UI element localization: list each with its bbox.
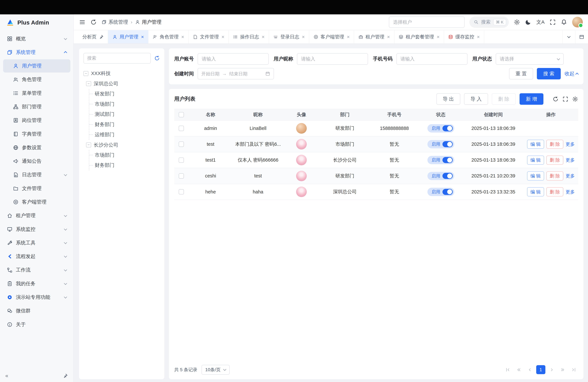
row-checkbox[interactable]	[179, 142, 184, 147]
sidebar-item-dictionaries[interactable]: 字典管理	[3, 127, 70, 141]
tab-role-management[interactable]: 角色管理 ×	[148, 30, 189, 43]
export-button[interactable]: 导 出	[436, 93, 461, 105]
nickname-input[interactable]	[297, 53, 368, 64]
tree-expander-icon[interactable]: −	[84, 71, 88, 76]
tree-refresh-icon[interactable]	[154, 55, 160, 61]
import-button[interactable]: 导 入	[464, 93, 488, 105]
sidebar-item-parameters[interactable]: 参数设置	[3, 141, 70, 154]
sidebar-item-about[interactable]: 关于	[3, 318, 70, 331]
sidebar-item-posts[interactable]: 岗位管理	[3, 114, 70, 127]
tree-node-dept[interactable]: 市场部门	[89, 150, 160, 160]
tree-node-company[interactable]: − 长沙分公司	[86, 140, 160, 150]
pin-icon[interactable]	[99, 35, 104, 39]
status-toggle[interactable]: 启用	[427, 188, 454, 196]
close-icon[interactable]: ×	[221, 35, 224, 39]
close-icon[interactable]: ×	[347, 35, 350, 39]
breadcrumb-item-system[interactable]: 系统管理	[102, 19, 128, 25]
more-button[interactable]: 更多	[566, 189, 575, 195]
sidebar-item-notices[interactable]: 通知公告	[3, 155, 70, 168]
tab-user-management[interactable]: 用户管理 ×	[108, 30, 148, 43]
status-toggle[interactable]: 启用	[427, 124, 454, 132]
sidebar-item-system[interactable]: 系统管理	[3, 46, 70, 59]
sidebar-item-logs[interactable]: 日志管理	[3, 168, 70, 181]
sidebar-item-wechat-group[interactable]: 微信群	[3, 304, 70, 318]
sidebar-item-roles[interactable]: 角色管理	[3, 73, 70, 86]
tab-analysis[interactable]: 分析页	[78, 30, 108, 43]
row-checkbox[interactable]	[179, 157, 184, 163]
close-icon[interactable]: ×	[181, 35, 184, 39]
notification-bell-icon[interactable]	[561, 19, 567, 25]
tree-node-dept[interactable]: 研发部门	[89, 89, 160, 99]
tree-node-dept[interactable]: 财务部门	[89, 119, 160, 129]
tree-node-dept[interactable]: 市场部门	[89, 99, 160, 109]
settings-icon[interactable]	[514, 19, 520, 25]
reset-button[interactable]: 重 置	[509, 68, 533, 79]
edit-button[interactable]: 编 辑	[527, 187, 544, 196]
sidebar-item-users[interactable]: 用户管理	[3, 59, 70, 73]
close-icon[interactable]: ×	[141, 35, 144, 39]
column-settings-icon[interactable]	[572, 96, 578, 102]
sidebar-item-flow-start[interactable]: 流程发起	[3, 250, 70, 263]
hamburger-icon[interactable]	[79, 19, 85, 25]
created-date-range[interactable]: 开始日期 → 结束日期	[198, 68, 274, 79]
last-page-button[interactable]	[569, 365, 578, 374]
search-button[interactable]: 搜 索	[537, 68, 561, 79]
sidebar-item-my-tasks[interactable]: 我的任务	[3, 277, 70, 290]
sidebar-item-clients[interactable]: 客户端管理	[3, 195, 70, 209]
breadcrumb-item-users[interactable]: 用户管理	[135, 19, 162, 25]
tree-node-company[interactable]: − 深圳总公司	[86, 79, 160, 89]
close-icon[interactable]: ×	[262, 35, 265, 39]
more-button[interactable]: 更多	[566, 141, 575, 147]
first-page-button[interactable]	[504, 365, 513, 374]
tree-expander-icon[interactable]: −	[86, 81, 91, 86]
sidebar-item-menus[interactable]: 菜单管理	[3, 86, 70, 100]
tree-expander-icon[interactable]: −	[86, 143, 91, 147]
tab-list-dropdown[interactable]	[562, 30, 575, 43]
status-toggle[interactable]: 启用	[427, 140, 454, 148]
next-5-pages-button[interactable]	[558, 365, 567, 374]
dark-mode-icon[interactable]	[525, 19, 531, 25]
more-button[interactable]: 更多	[566, 157, 575, 163]
edit-button[interactable]: 编 辑	[527, 140, 544, 149]
table-refresh-icon[interactable]	[553, 96, 559, 102]
delete-button[interactable]: 删 除	[546, 156, 563, 165]
prev-page-button[interactable]	[525, 365, 534, 374]
tabbar-fullscreen-button[interactable]	[575, 30, 588, 43]
tab-file-management[interactable]: 文件管理 ×	[189, 30, 229, 43]
collapse-sidebar-icon[interactable]: «	[5, 373, 8, 379]
table-fullscreen-icon[interactable]	[562, 96, 568, 102]
tab-tenant-management[interactable]: 租户管理 ×	[354, 30, 394, 43]
global-search[interactable]: 搜索 ⌘ K	[469, 17, 509, 28]
status-select[interactable]: 请选择	[496, 53, 564, 64]
status-toggle[interactable]: 启用	[427, 156, 454, 164]
tree-search-input[interactable]	[84, 53, 151, 64]
phone-input[interactable]	[397, 53, 467, 64]
sidebar-item-files[interactable]: 文件管理	[3, 182, 70, 195]
status-toggle[interactable]: 启用	[427, 172, 454, 180]
select-all-checkbox[interactable]	[179, 112, 184, 117]
tree-node-root[interactable]: − XXX科技	[84, 68, 160, 79]
edit-button[interactable]: 编 辑	[527, 156, 544, 165]
close-icon[interactable]: ×	[477, 35, 480, 39]
row-checkbox[interactable]	[179, 173, 184, 179]
close-icon[interactable]: ×	[437, 35, 440, 39]
bulk-delete-button[interactable]: 删 除	[492, 93, 516, 105]
sidebar-item-tools[interactable]: 系统工具	[3, 236, 70, 250]
edit-button[interactable]: 编 辑	[527, 171, 544, 181]
delete-button[interactable]: 删 除	[546, 140, 563, 149]
delete-button[interactable]: 删 除	[546, 187, 563, 196]
account-input[interactable]	[198, 53, 269, 64]
sidebar-item-overview[interactable]: 概览	[3, 32, 70, 45]
next-page-button[interactable]	[547, 365, 556, 374]
user-avatar[interactable]	[572, 17, 583, 27]
sidebar-item-departments[interactable]: 部门管理	[3, 100, 70, 113]
sidebar-item-workflow[interactable]: 工作流	[3, 263, 70, 276]
tab-tenant-package[interactable]: 租户套餐管理 ×	[395, 30, 444, 43]
sidebar-item-tenants[interactable]: 租户管理	[3, 209, 70, 222]
page-number-button[interactable]: 1	[536, 365, 545, 374]
tab-login-log[interactable]: 登录日志 ×	[269, 30, 309, 43]
fullscreen-icon[interactable]	[549, 19, 556, 25]
pin-sidebar-icon[interactable]	[63, 373, 68, 378]
tab-operation-log[interactable]: 操作日志 ×	[229, 30, 269, 43]
tenant-select-input[interactable]	[389, 17, 464, 28]
